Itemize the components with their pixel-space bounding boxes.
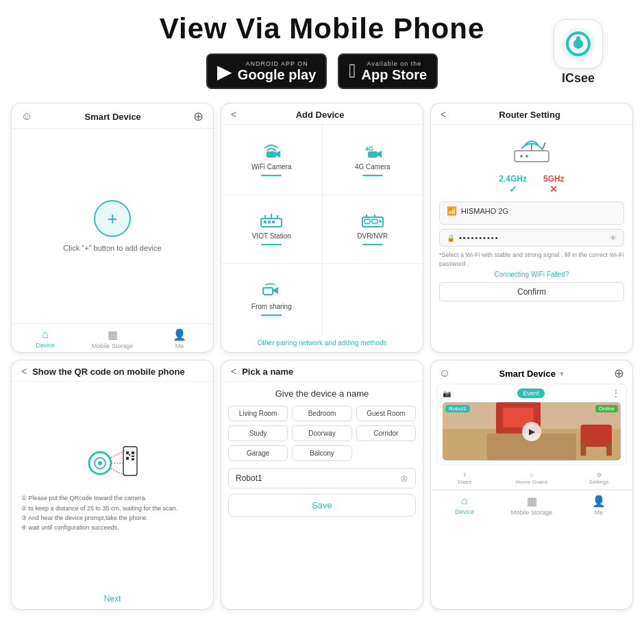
qr-steps: ① Please put the QRcode toward the camer… [18,493,206,533]
nav-storage-2[interactable]: ▦ Mobile Storage [498,495,565,516]
svg-line-32 [111,451,125,458]
nav-device[interactable]: ⌂ Device [12,328,79,349]
wifi-camera-line [261,175,282,176]
confirm-button[interactable]: Confirm [439,282,624,301]
add-circle-button[interactable]: + [94,200,131,237]
clear-icon[interactable]: ⊗ [400,473,408,484]
app-store-top-text: Available on the [362,60,428,67]
home-guard-item[interactable]: ⌂ Home Guard [498,472,565,485]
svg-line-34 [111,469,125,475]
svg-point-31 [98,461,102,465]
qr-header: < Show the QR code on mobile phone [12,360,213,382]
storage-icon: ▦ [108,328,118,341]
apple-icon:  [349,60,356,82]
smiley-icon-2: ☺ [439,367,450,380]
settings-item[interactable]: ⚙ Settings [565,472,632,485]
check-24: ✓ [509,184,517,195]
back-arrow-qr[interactable]: < [21,366,27,377]
svg-point-26 [525,155,528,158]
home-icon-2: ⌂ [461,495,468,507]
router-header: < Router Setting [431,103,632,125]
screen-qr-code: < Show the QR code on mobile phone [11,360,214,610]
add-device-icon[interactable]: ⊕ [193,109,203,124]
home-guard-icon: ⌂ [530,472,534,478]
storage-icon-2: ▦ [527,495,537,508]
play-button[interactable]: ▶ [522,422,541,441]
google-play-badge[interactable]: ▶ ANDROID APP ON Google play [206,53,327,89]
lock-icon: 🔒 [447,234,455,242]
save-button[interactable]: Save [228,494,416,517]
wifi-name-field: 📶 HISMAHO 2G [439,201,624,225]
device-sharing[interactable]: From sharing [221,264,322,334]
google-play-top-text: ANDROID APP ON [238,60,316,67]
nav-me-2[interactable]: 👤 Me [565,495,632,516]
svg-rect-39 [126,457,129,460]
dropdown-icon[interactable]: ▼ [558,370,565,377]
share-icon: ⇪ [462,472,467,478]
bottom-nav-2: ⌂ Device ▦ Mobile Storage 👤 Me [431,490,632,519]
back-arrow-add[interactable]: < [231,109,236,120]
screen-smart-device: ☺ Smart Device ⊕ + Click "+" button to a… [11,103,214,353]
sharing-line [261,314,282,316]
more-icon[interactable]: ⋮ [611,388,621,399]
svg-marker-5 [276,151,280,158]
viot-line [261,244,282,245]
device-dvr[interactable]: DVR/NVR [323,195,423,264]
name-bedroom[interactable]: Bedroom [292,406,351,421]
viot-label: VIOT Station [252,232,291,240]
user-icon: 👤 [173,328,186,341]
name-study[interactable]: Study [228,425,288,441]
add-device-grid: WiFi Camera 4G 4G Camera [221,125,423,334]
camera-wifi-icon: 📷 [443,390,451,397]
svg-marker-23 [273,287,278,294]
event-badge[interactable]: Event [517,388,544,398]
dvr-line [362,244,383,245]
nav-me[interactable]: 👤 Me [146,328,213,349]
device-4g-camera[interactable]: 4G 4G Camera [323,125,423,195]
nav-device-2[interactable]: ⌂ Device [431,495,498,516]
smiley-icon: ☺ [21,110,32,123]
app-store-badge[interactable]:  Available on the App Store [338,53,438,89]
eye-icon[interactable]: 👁 [610,234,617,242]
svg-rect-7 [368,151,377,158]
screen-router-setting: < Router Setting [430,103,633,353]
router-title: Router Setting [499,110,560,120]
google-play-icon: ▶ [217,60,232,83]
name-balcony[interactable]: Balcony [292,445,351,461]
name-corridor[interactable]: Corridor [356,425,416,441]
share-item[interactable]: ⇪ Share [431,472,498,485]
svg-rect-17 [364,219,370,223]
back-arrow-pick[interactable]: < [231,366,236,377]
wifi-pass-field[interactable]: 🔒 •••••••••• 👁 [439,229,624,247]
svg-marker-8 [377,151,382,158]
back-arrow-router[interactable]: < [441,109,446,120]
name-input-row[interactable]: Robot1 ⊗ [228,468,416,488]
wifi-hint: *Select a Wi-Fi with stable and strong s… [439,251,624,268]
freq-5: 5GHz ✕ [543,174,565,195]
router-content: 2.4GHz ✓ 5GHz ✕ 📶 HISMAHO 2G 🔒 • [431,125,632,352]
empty-cell [323,264,423,334]
name-living-room[interactable]: Living Room [228,406,288,421]
device-wifi-camera[interactable]: WiFi Camera [221,125,322,195]
nav-storage[interactable]: ▦ Mobile Storage [79,328,146,349]
smart-device2-header: ☺ Smart Device ▼ ⊕ [431,360,632,384]
device-viot[interactable]: VIOT Station [221,195,322,264]
camera-thumbnail[interactable]: ▶ Robot1 Online [443,402,621,460]
camera-card-header: 📷 Event ⋮ [437,384,626,402]
svg-point-2 [573,39,583,49]
name-garage[interactable]: Garage [228,445,288,461]
name-guest-room[interactable]: Guest Room [356,406,416,421]
add-icon-2[interactable]: ⊕ [614,366,624,381]
next-button[interactable]: Next [12,589,213,609]
name-doorway[interactable]: Doorway [292,425,351,441]
svg-rect-22 [263,288,273,295]
icsee-label: ICsee [554,71,603,86]
app-store-main-text: App Store [362,67,428,83]
camera-card-inner: 📷 Event ⋮ [436,384,627,465]
other-pairing-link[interactable]: Other pairing network and adding methods [221,334,423,352]
icsee-area: ICsee [554,19,603,86]
name-grid: Living Room Bedroom Guest Room Study Doo… [228,406,416,461]
wifi-icon: 📶 [447,206,457,216]
screen-pick-name: < Pick a name Give the device a name Liv… [221,360,423,610]
wifi-failed-link[interactable]: Connecting WiFi Failed? [439,271,624,278]
